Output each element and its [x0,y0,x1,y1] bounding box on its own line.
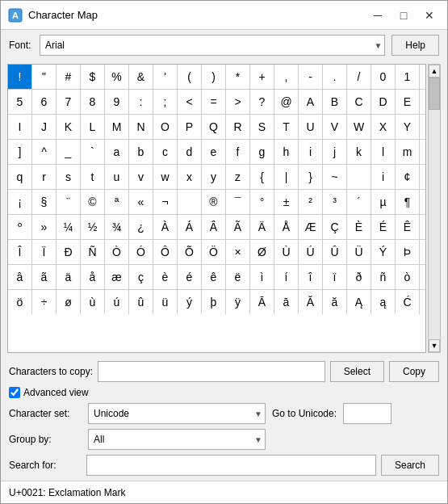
char-cell[interactable]: Z [420,115,426,139]
char-cell[interactable]: f [226,140,250,164]
char-cell[interactable]: ć [420,290,426,314]
char-cell[interactable]: i [299,140,323,164]
char-cell[interactable]: Ú [299,240,323,264]
char-cell[interactable]: ` [81,140,105,164]
char-cell[interactable]: Ä [250,215,274,239]
char-cell[interactable]: ½ [81,215,105,239]
char-cell[interactable]: n [420,140,426,164]
char-cell[interactable]: Ï [32,240,57,264]
char-cell[interactable]: % [105,65,129,89]
char-cell[interactable] [347,165,371,189]
char-cell[interactable]: / [347,65,371,89]
char-cell[interactable]: ā [274,290,299,314]
char-cell[interactable]: Ü [347,240,371,264]
char-cell[interactable]: Õ [178,240,202,264]
char-cell[interactable]: ø [57,290,81,314]
char-cell[interactable]: u [105,165,129,189]
scroll-up-button[interactable]: ▲ [429,65,440,78]
char-cell[interactable]: Ą [347,290,371,314]
char-cell[interactable]: ¯ [226,190,250,214]
char-cell[interactable]: ^ [32,140,57,164]
char-cell[interactable]: M [105,115,129,139]
char-cell[interactable]: µ [371,190,396,214]
char-cell[interactable]: J [32,115,57,139]
char-cell[interactable]: m [396,140,420,164]
char-cell[interactable]: ] [8,140,32,164]
char-cell[interactable]: 5 [8,90,32,114]
char-cell[interactable]: £ [420,165,426,189]
char-cell[interactable]: ß [420,240,426,264]
char-cell[interactable]: Ć [396,290,420,314]
char-cell[interactable]: h [274,140,299,164]
copy-button[interactable]: Copy [389,361,439,382]
char-cell[interactable]: ² [299,190,323,214]
char-cell[interactable]: Ù [274,240,299,264]
char-cell[interactable]: È [347,215,371,239]
char-cell[interactable]: E [396,90,420,114]
char-cell[interactable]: l [371,140,396,164]
char-cell[interactable]: ë [226,265,250,289]
search-button[interactable]: Search [381,455,439,476]
char-cell[interactable]: Ê [396,215,420,239]
char-cell[interactable]: Ā [250,290,274,314]
char-cell[interactable]: Ç [323,215,347,239]
char-cell[interactable]: º [8,215,32,239]
char-cell[interactable]: T [274,115,299,139]
char-cell[interactable]: A [299,90,323,114]
char-cell[interactable]: j [323,140,347,164]
char-cell[interactable]: Ò [105,240,129,264]
char-cell[interactable]: ( [178,65,202,89]
char-cell[interactable]: ÿ [226,290,250,314]
char-cell[interactable]: i [371,165,396,189]
char-cell[interactable]: D [371,90,396,114]
char-cell[interactable]: Ă [299,290,323,314]
search-input[interactable] [86,455,376,476]
char-cell[interactable]: g [250,140,274,164]
char-cell[interactable]: c [153,140,178,164]
char-cell[interactable]: v [129,165,153,189]
char-cell[interactable]: ¨ [57,190,81,214]
char-cell[interactable]: 2 [420,65,426,89]
char-cell[interactable]: b [129,140,153,164]
char-cell[interactable]: ­ [178,190,202,214]
char-cell[interactable]: 7 [57,90,81,114]
char-cell[interactable]: U [299,115,323,139]
char-cell[interactable]: ³ [323,190,347,214]
advanced-view-label[interactable]: Advanced view [23,387,89,398]
char-cell[interactable]: Å [274,215,299,239]
char-cell[interactable]: Î [8,240,32,264]
minimize-button[interactable]: ─ [366,6,389,25]
char-cell[interactable]: î [299,265,323,289]
char-cell[interactable]: Ã [226,215,250,239]
char-cell[interactable]: z [226,165,250,189]
char-cell[interactable]: Ö [202,240,226,264]
char-cell[interactable]: P [178,115,202,139]
char-cell[interactable]: Ø [250,240,274,264]
char-cell[interactable]: y [202,165,226,189]
char-cell[interactable]: V [323,115,347,139]
char-cell[interactable]: B [323,90,347,114]
char-cell[interactable]: ö [8,290,32,314]
char-cell[interactable]: ° [250,190,274,214]
char-cell[interactable]: s [57,165,81,189]
char-cell[interactable]: r [32,165,57,189]
char-cell[interactable]: ´ [347,190,371,214]
maximize-button[interactable]: □ [392,6,415,25]
close-button[interactable]: ✕ [418,6,441,25]
char-cell[interactable]: x [178,165,202,189]
char-cell[interactable]: e [202,140,226,164]
char-cell[interactable]: è [153,265,178,289]
char-cell[interactable]: ã [32,265,57,289]
char-cell[interactable]: É [371,215,396,239]
char-cell[interactable]: · [420,190,426,214]
help-button[interactable]: Help [391,35,439,56]
char-cell[interactable]: _ [57,140,81,164]
char-cell[interactable]: O [153,115,178,139]
char-cell[interactable]: | [274,165,299,189]
char-cell[interactable]: ; [153,90,178,114]
char-cell[interactable]: 1 [396,65,420,89]
char-cell[interactable]: ă [323,290,347,314]
char-cell[interactable]: ! [8,65,32,89]
char-cell[interactable]: ï [323,265,347,289]
char-cell[interactable]: ® [202,190,226,214]
